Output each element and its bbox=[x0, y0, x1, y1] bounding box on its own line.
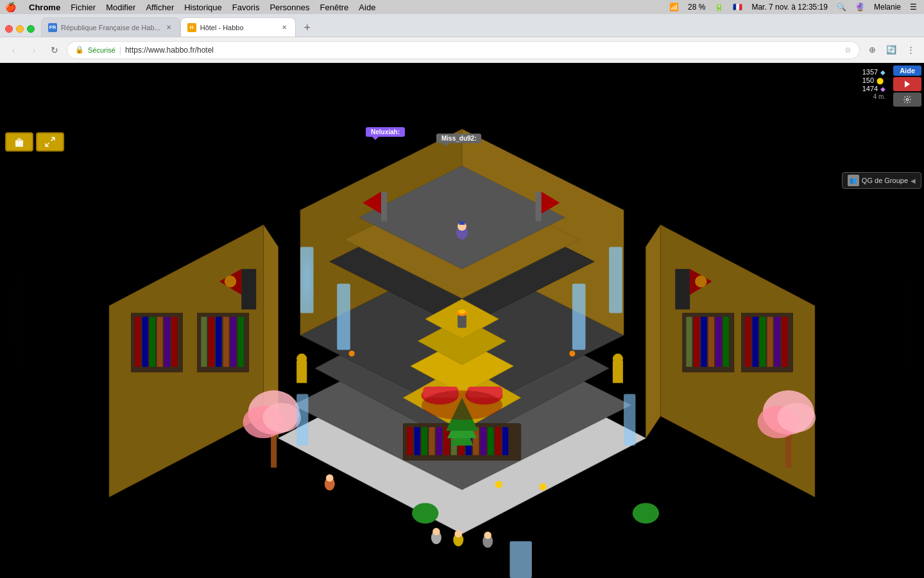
tab2-favicon: H bbox=[187, 23, 196, 32]
svg-rect-109 bbox=[296, 361, 307, 383]
svg-point-46 bbox=[263, 403, 302, 432]
svg-rect-120 bbox=[15, 141, 23, 147]
chrome-ext2[interactable]: 🔄 bbox=[883, 42, 900, 58]
svg-rect-62 bbox=[135, 317, 141, 367]
svg-rect-24 bbox=[422, 427, 427, 455]
menubar-notif[interactable]: ☰ bbox=[908, 3, 919, 12]
svg-point-115 bbox=[495, 481, 502, 488]
diamond-icon: ◆ bbox=[880, 69, 886, 76]
svg-rect-100 bbox=[459, 221, 465, 225]
close-btn[interactable] bbox=[5, 25, 13, 33]
menubar-personnes[interactable]: Personnes bbox=[264, 3, 314, 12]
group-label: QG de Groupe bbox=[862, 177, 908, 184]
menubar-flag: 🇫🇷 bbox=[731, 3, 744, 12]
hud-time: 4 m. bbox=[862, 93, 886, 100]
hud-top-right: 1357 ◆ 150 ⬤ 1474 ◆ 4 m. bbox=[859, 66, 921, 107]
svg-rect-33 bbox=[488, 427, 493, 455]
svg-rect-67 bbox=[171, 317, 177, 367]
menubar-siri[interactable]: 🔮 bbox=[853, 3, 867, 12]
menubar-fichier[interactable]: Fichier bbox=[65, 3, 101, 12]
chrome-window: FR République Française de Hab... ✕ H Hô… bbox=[0, 14, 924, 578]
tab2-close[interactable]: ✕ bbox=[280, 23, 289, 32]
new-tab-button[interactable]: + bbox=[298, 19, 316, 37]
tab-1[interactable]: FR République Française de Hab... ✕ bbox=[41, 17, 180, 37]
forward-button[interactable]: › bbox=[26, 42, 42, 58]
menubar-datetime: Mar. 7 nov. à 12:35:19 bbox=[749, 3, 830, 12]
svg-rect-54 bbox=[675, 269, 690, 310]
hud-settings-button[interactable] bbox=[893, 92, 921, 107]
secure-label: Sécurisé bbox=[88, 46, 116, 54]
svg-rect-65 bbox=[157, 317, 163, 367]
svg-rect-88 bbox=[723, 317, 729, 367]
chrome-menu[interactable]: ⋮ bbox=[902, 42, 919, 58]
menubar-battery: 28 % bbox=[686, 3, 707, 12]
menubar-battery-icon: 🔋 bbox=[712, 3, 726, 12]
svg-rect-80 bbox=[774, 317, 780, 367]
menubar-favoris[interactable]: Favoris bbox=[227, 3, 265, 12]
group-chevron: ◀ bbox=[911, 177, 916, 184]
menubar-wifi-icon: 📶 bbox=[667, 3, 681, 12]
svg-marker-121 bbox=[15, 137, 24, 141]
hud-currency-panel: 1357 ◆ 150 ⬤ 1474 ◆ 4 m. bbox=[859, 66, 889, 103]
svg-point-104 bbox=[432, 528, 440, 535]
menubar-fenetre[interactable]: Fenêtre bbox=[315, 3, 354, 12]
svg-rect-34 bbox=[495, 427, 501, 455]
svg-rect-71 bbox=[216, 317, 221, 367]
currency-coins-value: 150 bbox=[862, 76, 874, 84]
svg-rect-69 bbox=[201, 317, 207, 367]
menubar-chrome[interactable]: Chrome bbox=[24, 3, 65, 12]
svg-rect-93 bbox=[572, 284, 586, 350]
svg-rect-111 bbox=[613, 361, 623, 383]
menubar-search[interactable]: 🔍 bbox=[835, 3, 848, 12]
svg-point-119 bbox=[422, 390, 502, 420]
svg-rect-59 bbox=[536, 192, 542, 222]
svg-rect-94 bbox=[296, 394, 308, 446]
chrome-ext1[interactable]: ⊕ bbox=[864, 42, 880, 58]
svg-point-118 bbox=[633, 503, 659, 523]
hud-group-bar[interactable]: 👥 QG de Groupe ◀ bbox=[842, 172, 921, 189]
svg-point-112 bbox=[613, 354, 623, 364]
svg-marker-124 bbox=[905, 81, 910, 88]
menubar-afficher[interactable]: Afficher bbox=[141, 3, 179, 12]
svg-point-102 bbox=[326, 474, 333, 481]
bookmark-star[interactable]: ☆ bbox=[844, 46, 851, 55]
svg-line-123 bbox=[46, 143, 49, 146]
menubar-aide[interactable]: Aide bbox=[354, 3, 381, 12]
tab-bar: FR République Française de Hab... ✕ H Hô… bbox=[0, 14, 924, 37]
aide-button[interactable]: Aide bbox=[893, 66, 921, 76]
game-area: Neluxiah: Miss_du92: 1357 ◆ bbox=[0, 63, 924, 578]
hud-nav-home[interactable] bbox=[5, 132, 33, 152]
svg-rect-32 bbox=[481, 427, 486, 455]
currency-gems-value: 1474 bbox=[862, 85, 878, 92]
menubar-historique[interactable]: Historique bbox=[179, 3, 227, 12]
svg-rect-83 bbox=[686, 317, 692, 367]
menubar-modifier[interactable]: Modifier bbox=[101, 3, 141, 12]
svg-rect-74 bbox=[238, 317, 244, 367]
reload-button[interactable]: ↻ bbox=[46, 42, 63, 58]
tab1-title: République Française de Hab... bbox=[61, 24, 160, 31]
tab1-favicon: FR bbox=[48, 23, 57, 32]
back-button[interactable]: ‹ bbox=[5, 42, 22, 58]
hud-red-button[interactable] bbox=[893, 77, 921, 91]
hud-nav-buttons bbox=[5, 132, 64, 152]
maximize-btn[interactable] bbox=[27, 25, 35, 33]
url-display: https://www.habbo.fr/hotel bbox=[125, 46, 214, 55]
svg-rect-95 bbox=[624, 394, 635, 446]
svg-rect-27 bbox=[443, 427, 449, 455]
address-input[interactable]: 🔒 Sécurisé | https://www.habbo.fr/hotel … bbox=[67, 41, 860, 59]
svg-rect-64 bbox=[150, 317, 155, 367]
svg-rect-26 bbox=[436, 427, 442, 455]
svg-rect-97 bbox=[509, 541, 531, 578]
apple-menu[interactable]: 🍎 bbox=[5, 2, 16, 12]
address-bar: ‹ › ↻ 🔒 Sécurisé | https://www.habbo.fr/… bbox=[0, 37, 924, 63]
tab1-close[interactable]: ✕ bbox=[164, 23, 173, 32]
hud-nav-fullscreen[interactable] bbox=[36, 132, 64, 152]
tab-2[interactable]: H Hôtel - Habbo ✕ bbox=[180, 17, 296, 37]
svg-point-106 bbox=[455, 530, 462, 538]
lock-icon: 🔒 bbox=[75, 46, 84, 54]
chat-bubble-miss: Miss_du92: bbox=[436, 134, 481, 143]
svg-rect-87 bbox=[715, 317, 721, 367]
chrome-extra-icons: ⊕ 🔄 ⋮ bbox=[864, 42, 919, 58]
svg-rect-51 bbox=[241, 269, 256, 310]
minimize-btn[interactable] bbox=[16, 25, 24, 33]
